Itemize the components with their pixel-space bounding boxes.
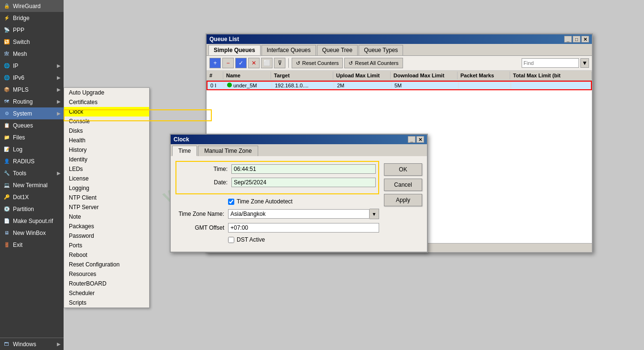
submenu-logging[interactable]: Logging [64, 183, 149, 193]
submenu-routerboard[interactable]: RouterBOARD [64, 279, 149, 288]
chevron-right-icon: ▶ [57, 341, 61, 347]
close-button[interactable]: ✕ [581, 36, 589, 42]
sidebar-item-wireguard[interactable]: 🔒 WireGuard [0, 0, 64, 12]
disable-button[interactable]: ✕ [248, 58, 260, 68]
clock-tab-time[interactable]: Time [172, 146, 197, 156]
cancel-button[interactable]: Cancel [384, 179, 422, 191]
col-header-total: Total Max Limit (bit [510, 72, 592, 79]
sidebar-item-exit[interactable]: 🚪 Exit [0, 239, 64, 251]
sidebar-item-dot1x[interactable]: 🔑 Dot1X [0, 191, 64, 203]
sidebar-item-windows[interactable]: 🗔 Windows ▶ [0, 338, 64, 350]
timezone-name-label: Time Zone Name: [175, 211, 228, 217]
sidebar-item-label: Windows [13, 341, 36, 348]
sidebar-item-switch[interactable]: 🔁 Switch [0, 36, 64, 48]
search-dropdown-button[interactable]: ▼ [580, 58, 589, 68]
sidebar-item-make-supout[interactable]: 📄 Make Supout.rif [0, 215, 64, 227]
radius-icon: 👤 [3, 158, 11, 165]
windows-icon: 🗔 [3, 340, 11, 348]
clock-content: Time: Date: Time Zone Autodetect Time Zo… [171, 156, 427, 252]
timezone-autodetect-checkbox[interactable] [228, 199, 234, 205]
sidebar-item-ppp[interactable]: 📡 PPP [0, 24, 64, 36]
tab-simple-queues[interactable]: Simple Queues [208, 45, 261, 55]
cell-name: under_5M [224, 82, 272, 89]
sidebar-item-new-winbox[interactable]: 🖥 New WinBox [0, 227, 64, 239]
sidebar-item-mpls[interactable]: 📦 MPLS ▶ [0, 84, 64, 95]
time-input[interactable] [231, 164, 376, 174]
submenu-console[interactable]: Console [64, 117, 149, 126]
sidebar-item-system[interactable]: ⚙ System ▶ [0, 107, 64, 119]
submenu-ports[interactable]: Ports [64, 241, 149, 250]
submenu-identity[interactable]: Identity [64, 155, 149, 164]
sidebar-item-label: System [13, 110, 32, 117]
copy-button[interactable]: ⬜ [261, 58, 273, 68]
chevron-right-icon: ▶ [57, 75, 61, 80]
sidebar-item-ipv6[interactable]: 🌐 IPv6 ▶ [0, 72, 64, 84]
log-icon: 📝 [3, 146, 11, 153]
status-dot [227, 83, 232, 87]
timezone-autodetect-label: Time Zone Autodetect [237, 198, 293, 205]
submenu-health[interactable]: Health [64, 136, 149, 145]
ppp-icon: 📡 [3, 26, 11, 34]
timezone-autodetect-row: Time Zone Autodetect [228, 198, 379, 205]
submenu-resources[interactable]: Resources [64, 269, 149, 279]
chevron-right-icon: ▶ [57, 170, 61, 176]
date-input[interactable] [231, 178, 376, 187]
routing-icon: 🗺 [3, 98, 11, 106]
submenu-clock[interactable]: Clock [64, 107, 149, 117]
submenu-auto-upgrade[interactable]: Auto Upgrade [64, 88, 149, 97]
reset-all-counters-button[interactable]: ↺ Reset All Counters [344, 58, 403, 68]
sidebar-item-routing[interactable]: 🗺 Routing ▶ [0, 95, 64, 107]
sidebar-item-new-terminal[interactable]: 💻 New Terminal [0, 179, 64, 191]
sidebar-item-ip[interactable]: 🌐 IP ▶ [0, 60, 64, 72]
submenu-history[interactable]: History [64, 145, 149, 155]
apply-button[interactable]: Apply [384, 194, 422, 206]
reset-counters-button[interactable]: ↺ Reset Counters [292, 58, 343, 68]
minimize-button[interactable]: _ [564, 36, 572, 42]
submenu-packages[interactable]: Packages [64, 222, 149, 231]
sidebar-item-tools[interactable]: 🔧 Tools ▶ [0, 167, 64, 179]
remove-button[interactable]: − [222, 58, 234, 68]
sidebar-item-partition[interactable]: 💽 Partition [0, 203, 64, 215]
submenu-scheduler[interactable]: Scheduler [64, 288, 149, 298]
clock-close-button[interactable]: ✕ [416, 136, 424, 143]
submenu-ntp-client[interactable]: NTP Client [64, 193, 149, 202]
switch-icon: 🔁 [3, 38, 11, 46]
dst-active-checkbox[interactable] [228, 237, 234, 243]
gmt-offset-input[interactable] [228, 223, 379, 233]
timezone-name-input[interactable] [228, 209, 370, 219]
edit-button[interactable]: ✓ [235, 58, 247, 68]
cell-upload: 2M [334, 82, 392, 89]
timezone-name-row: Time Zone Name: ▼ [175, 209, 379, 219]
queue-title: Queue List [209, 36, 239, 42]
chevron-right-icon: ▶ [57, 99, 61, 104]
timezone-dropdown-button[interactable]: ▼ [370, 209, 379, 219]
sidebar-item-label: New WinBox [13, 230, 46, 236]
search-input[interactable] [522, 58, 579, 68]
sidebar-item-bridge[interactable]: ⚡ Bridge [0, 12, 64, 24]
sidebar-item-queues[interactable]: 📋 Queues [0, 119, 64, 131]
table-row[interactable]: 0 I under_5M 192.168.1.0.... 2M 5M [207, 81, 592, 90]
submenu-ntp-server[interactable]: NTP Server [64, 202, 149, 212]
ok-button[interactable]: OK [384, 163, 422, 176]
clock-tab-manual-timezone[interactable]: Manual Time Zone [198, 146, 258, 156]
filter-button[interactable]: ⊽ [274, 58, 285, 68]
tab-interface-queues[interactable]: Interface Queues [262, 45, 316, 55]
submenu-license[interactable]: License [64, 174, 149, 183]
tab-queue-tree[interactable]: Queue Tree [317, 45, 358, 55]
submenu-password[interactable]: Password [64, 231, 149, 241]
submenu-disks[interactable]: Disks [64, 126, 149, 136]
submenu-certificates[interactable]: Certificates [64, 97, 149, 107]
submenu-scripts[interactable]: Scripts [64, 298, 149, 308]
sidebar-item-files[interactable]: 📁 Files [0, 131, 64, 143]
submenu-reset-config[interactable]: Reset Configuration [64, 260, 149, 269]
sidebar-item-mesh[interactable]: 🕸 Mesh [0, 48, 64, 60]
maximize-button[interactable]: □ [573, 36, 580, 42]
tab-queue-types[interactable]: Queue Types [359, 45, 403, 55]
submenu-reboot[interactable]: Reboot [64, 250, 149, 260]
submenu-note[interactable]: Note [64, 212, 149, 222]
sidebar-item-log[interactable]: 📝 Log [0, 143, 64, 155]
sidebar-item-radius[interactable]: 👤 RADIUS [0, 155, 64, 167]
add-button[interactable]: + [209, 58, 221, 68]
clock-minimize-button[interactable]: _ [408, 136, 415, 143]
submenu-leds[interactable]: LEDs [64, 164, 149, 174]
